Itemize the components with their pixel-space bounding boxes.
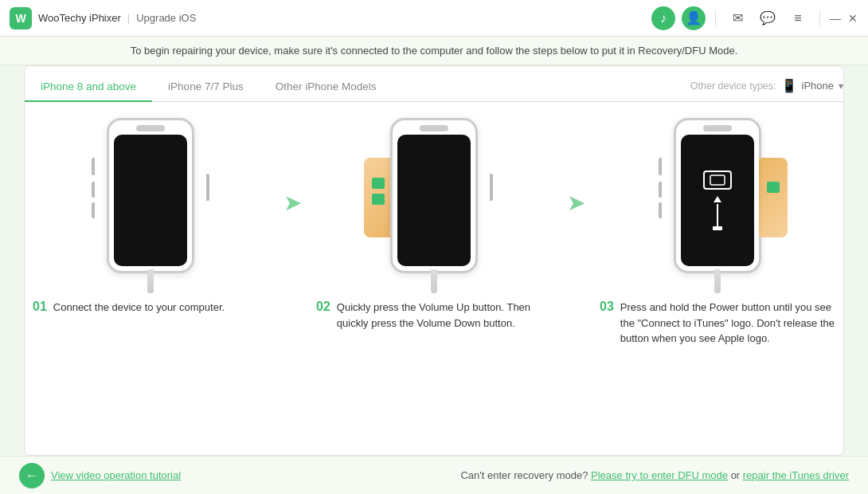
infobar-message: To begin repairing your device, make sur… (131, 45, 738, 57)
close-btn[interactable]: ✕ (847, 13, 858, 24)
chevron-down-icon: ▾ (839, 80, 843, 92)
page-subtitle: Upgrade iOS (136, 12, 196, 24)
footer-left: ← View video operation tutorial (19, 463, 181, 488)
content-box: iPhone 8 and above iPhone 7/7 Plus Other… (24, 65, 844, 456)
step2-text-row: 02 Quickly press the Volume Up button. T… (316, 300, 552, 331)
side-btn-8 (659, 202, 662, 218)
main-content: iPhone 8 and above iPhone 7/7 Plus Other… (0, 65, 868, 456)
itunes-cable (713, 196, 722, 230)
tab-iphone7[interactable]: iPhone 7/7 Plus (152, 73, 260, 102)
app-logo: W (10, 7, 32, 29)
tutorial-link[interactable]: View video operation tutorial (51, 469, 181, 481)
title-separator: | (127, 12, 130, 24)
device-type-label: Other device types: (690, 80, 776, 101)
app-name: WooTechy iPhixer (38, 12, 121, 24)
phone-notch-1 (136, 125, 165, 131)
step3-text-row: 03 Press and hold the Power button until… (600, 300, 835, 347)
step2-phone (378, 118, 490, 293)
step-2: 02 Quickly press the Volume Up button. T… (308, 118, 560, 331)
device-type-dropdown[interactable]: 📱 iPhone ▾ (781, 78, 843, 101)
step1-text: Connect the device to your computer. (53, 300, 225, 316)
back-button[interactable]: ← (19, 463, 45, 488)
phone-icon: 📱 (781, 78, 797, 93)
mail-icon-btn[interactable]: ✉ (725, 6, 749, 30)
step2-desc: 02 Quickly press the Volume Up button. T… (308, 293, 560, 331)
cant-enter-text: Can't enter recovery mode? (460, 469, 588, 481)
side-btn-4 (206, 174, 209, 201)
step3-desc: 03 Press and hold the Power button until… (592, 293, 843, 347)
phone-cable-1 (147, 269, 154, 293)
step1-desc: 01 Connect the device to your computer. (25, 293, 276, 316)
phone-body-2 (390, 118, 478, 273)
green-vol-btn-1 (372, 178, 385, 189)
step1-num: 01 (33, 300, 47, 314)
side-btn-7 (659, 182, 662, 198)
side-btn-1 (92, 158, 95, 175)
phone-body-3 (674, 118, 761, 273)
step3-phone (662, 118, 773, 293)
titlebar-divider (715, 10, 716, 26)
user-icon-btn[interactable]: 👤 (682, 6, 706, 30)
dfu-link[interactable]: Please try to enter DFU mode (591, 469, 728, 481)
step-3: 03 Press and hold the Power button until… (592, 118, 843, 347)
tab-iphone8[interactable]: iPhone 8 and above (25, 73, 152, 102)
device-type-value: iPhone (802, 80, 834, 92)
side-btn-3 (92, 202, 95, 218)
footer-right: Can't enter recovery mode? Please try to… (460, 469, 849, 481)
hand-right-3 (759, 158, 788, 237)
infobar: To begin repairing your device, make sur… (0, 37, 868, 65)
phone-notch-3 (703, 125, 732, 131)
music-icon-btn[interactable]: ♪ (651, 6, 675, 30)
phone-screen-1 (114, 135, 187, 266)
right-arrow-icon-2: ➤ (567, 190, 585, 216)
step3-text: Press and hold the Power button until yo… (620, 300, 835, 347)
footer: ← View video operation tutorial Can't en… (0, 456, 868, 494)
phone-screen-2 (397, 135, 471, 266)
green-vol-btn-2 (372, 194, 385, 205)
svg-rect-0 (710, 175, 725, 185)
itunes-icon (703, 171, 732, 190)
tab-other-iphone[interactable]: Other iPhone Models (260, 73, 393, 102)
titlebar-divider2 (819, 10, 820, 26)
green-power-btn (767, 182, 780, 193)
arrow-2: ➤ (560, 118, 592, 216)
tab-bar: iPhone 8 and above iPhone 7/7 Plus Other… (25, 66, 843, 102)
step1-phone (95, 118, 206, 293)
phone-cable-3 (714, 269, 721, 293)
step3-num: 03 (600, 300, 614, 314)
or-text: or (731, 469, 743, 481)
minimize-btn[interactable]: — (830, 13, 841, 24)
titlebar: W WooTechy iPhixer | Upgrade iOS ♪ 👤 ✉ 💬… (0, 0, 868, 37)
step2-num: 02 (316, 300, 330, 314)
arrow-1: ➤ (276, 118, 308, 216)
side-btn-5 (490, 174, 493, 201)
side-btn-2 (92, 182, 95, 198)
side-btn-6 (659, 158, 662, 175)
step2-text: Quickly press the Volume Up button. Then… (337, 300, 552, 331)
phone-notch-2 (420, 125, 448, 131)
chat-icon-btn[interactable]: 💬 (756, 6, 780, 30)
phone-body-1 (107, 118, 194, 273)
phone-cable-2 (431, 269, 437, 293)
menu-icon-btn[interactable]: ≡ (786, 6, 810, 30)
steps-area: 01 Connect the device to your computer. … (25, 102, 843, 455)
itunes-screen (681, 135, 754, 266)
itunes-link[interactable]: repair the iTunes driver (743, 469, 849, 481)
step-1: 01 Connect the device to your computer. (25, 118, 276, 316)
step1-text-row: 01 Connect the device to your computer. (33, 300, 268, 316)
right-arrow-icon-1: ➤ (283, 190, 302, 216)
titlebar-right: ♪ 👤 ✉ 💬 ≡ — ✕ (651, 6, 858, 30)
